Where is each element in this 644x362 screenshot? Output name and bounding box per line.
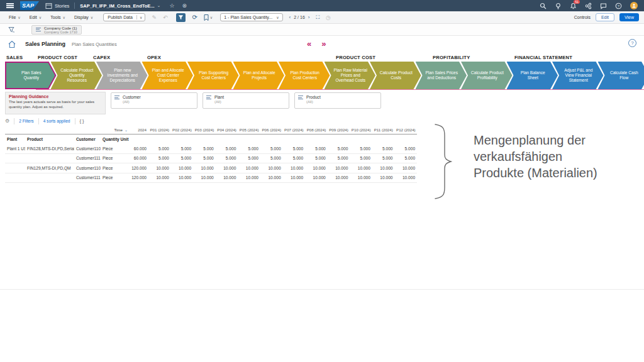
period-value-cell[interactable]: 10.000	[372, 163, 395, 173]
period-column-header[interactable]: P04 (2024)	[216, 126, 238, 134]
stories-nav[interactable]: Stories	[45, 3, 69, 9]
period-value-cell[interactable]: 5.000	[372, 154, 395, 164]
period-value-cell[interactable]: 10.000	[171, 163, 194, 173]
customer-cell[interactable]: Customer110	[74, 144, 101, 154]
period-value-cell[interactable]: 5.000	[350, 154, 372, 164]
period-value-cell[interactable]: 10.000	[238, 163, 260, 173]
unit-cell[interactable]: Piece	[101, 144, 130, 154]
product-cell[interactable]: FIN129,MTS-DI,PD,QM	[25, 163, 74, 173]
process-step[interactable]: Plan new Investments and Depreciations	[96, 62, 148, 89]
period-value-cell[interactable]: 5.000	[260, 154, 283, 164]
profile-avatar[interactable]	[630, 2, 638, 9]
page-help-icon[interactable]: ?	[628, 39, 636, 47]
period-value-cell[interactable]: 10.000	[260, 163, 283, 173]
product-filter-input[interactable]: Product (All)	[294, 92, 381, 109]
dimension-column-header[interactable]: Plant	[5, 134, 25, 144]
period-value-cell[interactable]: 10.000	[193, 173, 216, 184]
table-settings-icon[interactable]: ⚙	[5, 118, 9, 124]
period-value-cell[interactable]: 5.000	[193, 154, 216, 164]
chevron-down-icon[interactable]: ⌄	[157, 3, 161, 8]
process-step[interactable]: Calculate Product Profitability	[461, 62, 513, 89]
total-value-cell[interactable]: 120.000	[130, 163, 148, 173]
process-step[interactable]: Plan Balance Sheet	[507, 62, 558, 89]
formula-braces-icon[interactable]: { }	[80, 119, 84, 123]
product-cell[interactable]	[25, 173, 74, 184]
period-value-cell[interactable]: 10.000	[216, 163, 238, 173]
chevron-down-icon[interactable]: ⌄	[125, 128, 128, 132]
period-column-header[interactable]: P03 (2024)	[193, 126, 216, 134]
total-value-cell[interactable]: 120.000	[130, 173, 148, 184]
period-value-cell[interactable]: 5.000	[238, 144, 260, 154]
process-step[interactable]: Calculate Product Quantity Resources	[51, 62, 103, 89]
period-value-cell[interactable]: 5.000	[305, 144, 328, 154]
process-step[interactable]: Plan Sales Quantity	[5, 62, 57, 89]
period-value-cell[interactable]: 10.000	[148, 163, 171, 173]
next-section-icon[interactable]: »	[321, 39, 326, 48]
period-value-cell[interactable]: 5.000	[193, 144, 216, 154]
controls-button[interactable]: Controls	[574, 15, 591, 19]
period-column-header[interactable]: P07 (2024)	[283, 126, 306, 134]
period-column-header[interactable]: P06 (2024)	[260, 126, 283, 134]
unit-cell[interactable]: Piece	[101, 154, 130, 164]
period-value-cell[interactable]: 10.000	[350, 163, 372, 173]
period-value-cell[interactable]: 5.000	[395, 144, 418, 154]
period-value-cell[interactable]: 5.000	[350, 144, 372, 154]
process-step[interactable]: Plan and Allocate Projects	[233, 62, 285, 89]
hamburger-menu-icon[interactable]	[6, 3, 14, 8]
favorite-star-icon[interactable]: ☆	[169, 3, 174, 9]
period-value-cell[interactable]: 5.000	[216, 154, 238, 164]
customer-cell[interactable]: Customer110	[74, 163, 101, 173]
table-filters-link[interactable]: 2 Filters	[19, 119, 33, 123]
period-value-cell[interactable]: 5.000	[328, 154, 350, 164]
process-step[interactable]: Plan and Allocate Cost Center Expenses	[142, 62, 194, 89]
refresh-icon[interactable]: ⟳	[192, 14, 197, 21]
period-value-cell[interactable]: 10.000	[305, 163, 328, 173]
edit-mode-button[interactable]: Edit	[596, 13, 614, 21]
customer-cell[interactable]: Customer111	[74, 154, 101, 164]
period-column-header[interactable]: P12 (2024)	[395, 126, 418, 134]
period-value-cell[interactable]: 10.000	[395, 163, 418, 173]
process-step[interactable]: Plan Supporting Cost Centers	[187, 62, 239, 89]
period-value-cell[interactable]: 10.000	[283, 163, 306, 173]
menu-edit[interactable]: Edit∨	[30, 15, 42, 19]
bookmark-menu[interactable]: ∨	[204, 14, 213, 21]
period-value-cell[interactable]: 5.000	[148, 144, 171, 154]
plant-cell[interactable]	[5, 163, 25, 173]
period-value-cell[interactable]: 5.000	[283, 154, 306, 164]
period-value-cell[interactable]: 10.000	[395, 173, 418, 184]
help-icon[interactable]: ?	[615, 3, 622, 9]
page-selector-dropdown[interactable]: 1 - Plan Sales Quantity... ∨	[220, 13, 282, 21]
period-value-cell[interactable]: 10.000	[238, 173, 260, 184]
period-value-cell[interactable]: 5.000	[283, 144, 306, 154]
period-column-header[interactable]: P08 (2024)	[305, 126, 328, 134]
period-value-cell[interactable]: 5.000	[171, 144, 194, 154]
period-value-cell[interactable]: 10.000	[171, 173, 194, 184]
time-column-header[interactable]: Time⌄	[5, 126, 130, 134]
process-step[interactable]: Plan Production Cost Centers	[279, 62, 330, 89]
period-value-cell[interactable]: 5.000	[328, 144, 350, 154]
share-link-icon[interactable]	[585, 3, 592, 9]
period-value-cell[interactable]: 10.000	[305, 173, 328, 184]
total-value-cell[interactable]: 60.000	[130, 154, 148, 164]
dimension-column-header[interactable]: Quantity Unit	[101, 134, 130, 144]
unit-cell[interactable]: Piece	[101, 163, 130, 173]
process-step[interactable]: Calculate Cash Flow	[598, 62, 644, 89]
search-icon[interactable]	[540, 3, 547, 9]
process-step[interactable]: Plan Sales Prices and Deductions	[416, 62, 467, 89]
previous-page-icon[interactable]: ‹	[289, 14, 291, 20]
fullscreen-icon[interactable]: ⛶	[316, 14, 319, 21]
period-column-header[interactable]: P10 (2024)	[350, 126, 372, 134]
table-sorts-link[interactable]: 4 sorts applied	[43, 119, 70, 123]
year-column-header[interactable]: 2024	[130, 126, 148, 134]
period-value-cell[interactable]: 5.000	[372, 144, 395, 154]
customer-filter-input[interactable]: Customer (All)	[111, 92, 197, 109]
next-page-icon[interactable]: ›	[308, 14, 310, 20]
product-cell[interactable]: FIN128,MTS-DI,PD,SerialNo	[25, 144, 74, 154]
period-value-cell[interactable]: 10.000	[328, 163, 350, 173]
menu-tools[interactable]: Tools∨	[50, 15, 65, 19]
plant-filter-input[interactable]: Plant (All)	[203, 92, 289, 109]
period-column-header[interactable]: P01 (2024)	[148, 126, 171, 134]
product-cell[interactable]	[25, 154, 74, 164]
menu-file[interactable]: File∨	[9, 15, 21, 19]
period-value-cell[interactable]: 10.000	[372, 173, 395, 184]
